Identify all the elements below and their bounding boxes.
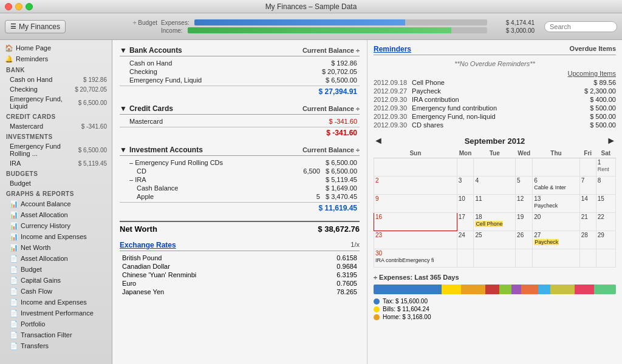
cal-cell[interactable]: 20 bbox=[533, 213, 579, 231]
legend-dot-bills bbox=[374, 306, 380, 312]
cal-cell[interactable]: 7 bbox=[579, 177, 596, 195]
sidebar-item-emergency-rolling[interactable]: Emergency Fund Rolling ... $ 6,500.00 bbox=[0, 141, 112, 158]
cal-cell[interactable]: 22 bbox=[596, 213, 615, 231]
cal-cell[interactable]: 5 bbox=[516, 177, 533, 195]
cal-cell[interactable]: 19 bbox=[516, 213, 533, 231]
window-title: My Finances – Sample Data bbox=[265, 2, 357, 11]
cal-cell[interactable]: 1Rent bbox=[596, 158, 615, 177]
cal-cell[interactable] bbox=[516, 158, 533, 177]
investment-row-emergency-rolling[interactable]: – Emergency Fund Rolling CDs $ 6,500.00 bbox=[120, 158, 360, 167]
sidebar-item-income-expenses-report[interactable]: 📄 Income and Expenses bbox=[0, 297, 112, 308]
cal-cell[interactable]: 18Cell Phone bbox=[474, 213, 516, 231]
sidebar-item-transaction-filter[interactable]: 📄 Transaction Filter bbox=[0, 329, 112, 340]
bank-row-emergency[interactable]: Emergency Fund, Liquid $ 6,500.00 bbox=[120, 76, 360, 84]
sidebar-section-credit: CrEDIT Cards bbox=[0, 111, 112, 121]
cal-cell[interactable] bbox=[457, 249, 474, 268]
cal-cell[interactable]: 4 bbox=[474, 177, 516, 195]
bank-accounts-section: ▼ Bank Accounts Current Balance ÷ Cash o… bbox=[120, 46, 360, 97]
sidebar-item-income-expenses-chart[interactable]: 📊 Income and Expenses bbox=[0, 231, 112, 242]
sidebar-item-transfers[interactable]: 📄 Transfers bbox=[0, 340, 112, 351]
cal-cell[interactable]: 2 bbox=[374, 177, 457, 195]
cal-header-mon: Mon bbox=[457, 149, 474, 158]
exchange-row-gbp: British Pound 0.6158 bbox=[120, 254, 360, 262]
cal-cell[interactable]: 11 bbox=[474, 195, 516, 213]
cal-cell[interactable] bbox=[457, 158, 474, 177]
cal-cell[interactable]: 23 bbox=[374, 231, 457, 249]
legend-label-tax: Tax: $ 15,600.00 bbox=[383, 298, 428, 305]
minimize-button[interactable] bbox=[15, 3, 22, 10]
reminder-row-paycheck: 2012.09.27 Paycheck $ 2,300.00 bbox=[374, 87, 616, 95]
cal-cell[interactable]: 27Paycheck bbox=[533, 231, 579, 249]
cal-cell[interactable]: 28 bbox=[579, 231, 596, 249]
sidebar-item-capital-gains[interactable]: 📄 Capital Gains bbox=[0, 275, 112, 286]
upcoming-items-header: Upcoming Items bbox=[374, 70, 616, 77]
cal-cell[interactable] bbox=[596, 249, 615, 268]
sidebar-toggle-button[interactable]: ☰ My Finances bbox=[5, 20, 66, 33]
sidebar-item-asset-allocation-chart[interactable]: 📊 Asset Allocation bbox=[0, 209, 112, 220]
cal-cell[interactable]: 25 bbox=[474, 231, 516, 249]
sidebar-item-account-balance[interactable]: 📊 Account Balance bbox=[0, 198, 112, 209]
chart-icon-1: 📊 bbox=[10, 200, 18, 208]
reminder-row-cellphone: 2012.09.18 Cell Phone $ 89.56 bbox=[374, 78, 616, 87]
sidebar-item-cash-flow[interactable]: 📄 Cash Flow bbox=[0, 286, 112, 297]
investment-row-apple[interactable]: Apple 5 $ 3,470.45 bbox=[120, 192, 360, 201]
exp-seg-4 bbox=[485, 285, 500, 294]
investment-row-cd[interactable]: CD 6,500 $ 6,500.00 bbox=[120, 167, 360, 175]
cal-cell[interactable]: 12 bbox=[516, 195, 533, 213]
sidebar-item-emergency-liquid[interactable]: Emergency Fund, Liquid $ 6,500.00 bbox=[0, 94, 112, 111]
search-input[interactable] bbox=[544, 21, 617, 32]
cal-cell[interactable]: 13Paycheck bbox=[533, 195, 579, 213]
income-progress-bar bbox=[188, 27, 487, 33]
investment-row-ira[interactable]: – IRA $ 5,119.45 bbox=[120, 175, 360, 184]
cal-cell[interactable]: 21 bbox=[579, 213, 596, 231]
reminder-row-ira: 2012.09.30 IRA contribution $ 400.00 bbox=[374, 95, 616, 104]
sidebar-item-home[interactable]: 🏠 Home Page bbox=[0, 42, 112, 53]
cal-cell[interactable]: 15 bbox=[596, 195, 615, 213]
sidebar-item-checking[interactable]: Checking $ 20,702.05 bbox=[0, 84, 112, 94]
calendar-next-button[interactable]: ► bbox=[606, 135, 616, 146]
sidebar-item-budget[interactable]: Budget bbox=[0, 178, 112, 188]
credit-row-mastercard[interactable]: Mastercard $ -341.60 bbox=[120, 117, 360, 126]
cal-cell[interactable]: 10 bbox=[457, 195, 474, 213]
cal-cell[interactable]: 8 bbox=[596, 177, 615, 195]
doc-icon-4: 📄 bbox=[10, 287, 18, 295]
fullscreen-button[interactable] bbox=[26, 3, 33, 10]
sidebar-item-ira[interactable]: IRA $ 5,119.45 bbox=[0, 158, 112, 168]
cal-cell[interactable] bbox=[516, 249, 533, 268]
sidebar-item-cash-on-hand[interactable]: Cash on Hand $ 192.86 bbox=[0, 75, 112, 84]
cal-cell[interactable]: 17 bbox=[457, 213, 474, 231]
sidebar-item-portfolio[interactable]: 📄 Portfolio bbox=[0, 318, 112, 329]
cal-cell[interactable] bbox=[474, 158, 516, 177]
cal-header-tue: Tue bbox=[474, 149, 516, 158]
cal-cell[interactable] bbox=[579, 249, 596, 268]
cal-cell[interactable]: 6Cable & Inter bbox=[533, 177, 579, 195]
cal-cell[interactable]: 14 bbox=[579, 195, 596, 213]
sidebar-item-mastercard[interactable]: Mastercard $ -341.60 bbox=[0, 121, 112, 131]
sidebar-item-currency-history[interactable]: 📊 Currency History bbox=[0, 220, 112, 231]
sidebar-item-investment-performance[interactable]: 📄 Investment Performance bbox=[0, 308, 112, 318]
cal-cell[interactable]: 3 bbox=[457, 177, 474, 195]
cal-cell[interactable]: 29 bbox=[596, 231, 615, 249]
calendar-prev-button[interactable]: ◄ bbox=[374, 135, 383, 146]
close-button[interactable] bbox=[5, 3, 12, 10]
doc-icon-3: 📄 bbox=[10, 276, 18, 285]
investment-row-cash-balance[interactable]: Cash Balance $ 1,649.00 bbox=[120, 184, 360, 192]
cal-header-sun: Sun bbox=[374, 149, 457, 158]
cal-cell[interactable]: 30IRA contribEmergency fi bbox=[374, 249, 457, 268]
cal-cell[interactable] bbox=[533, 249, 579, 268]
sidebar-item-net-worth-chart[interactable]: 📊 Net Worth bbox=[0, 242, 112, 253]
cal-cell[interactable] bbox=[579, 158, 596, 177]
cal-cell[interactable]: 9 bbox=[374, 195, 457, 213]
sidebar-item-asset-allocation-report[interactable]: 📄 Asset Allocation bbox=[0, 253, 112, 264]
bank-row-checking[interactable]: Checking $ 20,702.05 bbox=[120, 67, 360, 76]
cal-cell[interactable] bbox=[374, 158, 457, 177]
cal-cell[interactable]: 26 bbox=[516, 231, 533, 249]
cal-cell[interactable] bbox=[474, 249, 516, 268]
cal-cell-today[interactable]: 16 bbox=[374, 213, 457, 231]
cal-cell[interactable]: 24 bbox=[457, 231, 474, 249]
sidebar-item-budget-report[interactable]: 📄 Budget bbox=[0, 264, 112, 275]
bank-row-cash[interactable]: Cash on Hand $ 192.86 bbox=[120, 59, 360, 67]
sidebar-item-reminders[interactable]: 🔔 Reminders bbox=[0, 53, 112, 64]
cal-cell[interactable] bbox=[533, 158, 579, 177]
expenses-legend: Tax: $ 15,600.00 Bills: $ 11,604.24 Home… bbox=[374, 298, 616, 320]
